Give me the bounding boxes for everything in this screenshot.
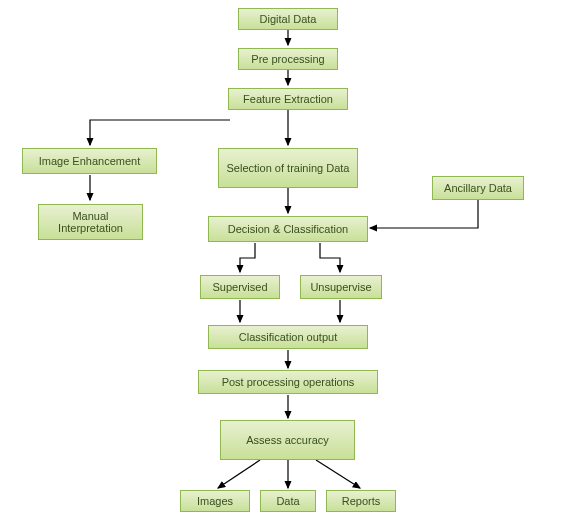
node-digital-data: Digital Data (238, 8, 338, 30)
node-ancillary-data: Ancillary Data (432, 176, 524, 200)
node-unsupervise: Unsupervise (300, 275, 382, 299)
node-selection-training: Selection of training Data (218, 148, 358, 188)
svg-line-9 (218, 460, 260, 488)
node-image-enhancement: Image Enhancement (22, 148, 157, 174)
node-manual-interpretation: Manual Interpretation (38, 204, 143, 240)
node-data: Data (260, 490, 316, 512)
node-assess-accuracy: Assess accuracy (220, 420, 355, 460)
node-decision-classification: Decision & Classification (208, 216, 368, 242)
node-post-processing: Post processing operations (198, 370, 378, 394)
node-feature-extraction: Feature Extraction (228, 88, 348, 110)
node-reports: Reports (326, 490, 396, 512)
svg-line-11 (316, 460, 360, 488)
node-supervised: Supervised (200, 275, 280, 299)
node-images: Images (180, 490, 250, 512)
node-classification-output: Classification output (208, 325, 368, 349)
node-pre-processing: Pre processing (238, 48, 338, 70)
